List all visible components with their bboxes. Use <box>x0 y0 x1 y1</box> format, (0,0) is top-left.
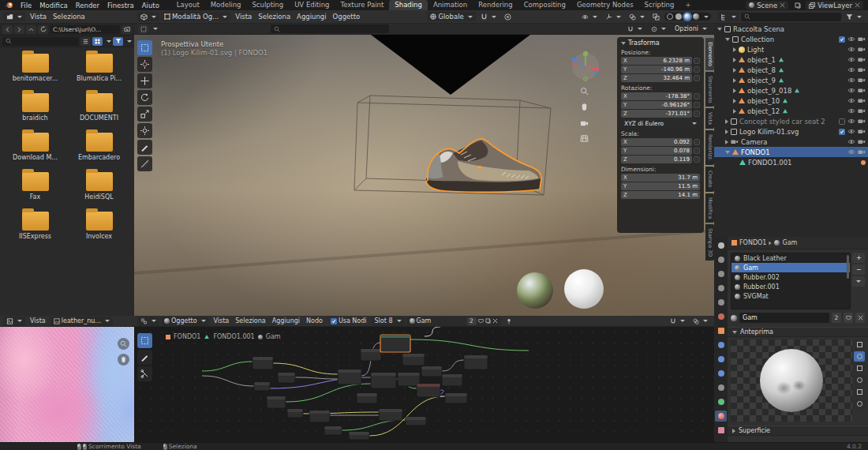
shader-node[interactable] <box>349 432 369 440</box>
folder-item[interactable]: IISExpress <box>3 212 67 240</box>
nav-perspective-icon[interactable] <box>578 133 589 144</box>
blender-logo-icon[interactable] <box>5 2 13 9</box>
path-input[interactable]: C:\Users\juri\O... <box>50 25 120 34</box>
filter-funnel-icon[interactable] <box>113 37 123 46</box>
lock-icon[interactable] <box>694 139 700 145</box>
slot-dropdown[interactable]: Slot 8 <box>372 317 405 326</box>
shader-node[interactable] <box>442 374 462 386</box>
shader-node[interactable] <box>402 354 425 366</box>
workspace-tab-sculpting[interactable]: Sculpting <box>246 0 289 10</box>
properties-tab-particles[interactable] <box>715 354 727 365</box>
mode-selector[interactable]: Modalità Og... <box>161 12 230 21</box>
viewlayer-unlink-icon[interactable] <box>855 2 860 8</box>
node-tool-links-cut[interactable] <box>137 366 152 381</box>
shading-rendered-icon[interactable] <box>693 13 699 20</box>
tool-cursor[interactable] <box>137 57 152 72</box>
transform-value-field[interactable]: Y0.078 <box>621 147 692 155</box>
viewport-menu-vista[interactable]: Vista <box>232 13 255 21</box>
hide-eye-icon[interactable] <box>847 77 855 83</box>
shader-node[interactable] <box>361 349 381 361</box>
tool-move[interactable] <box>137 73 152 88</box>
topbar-menu-finestra[interactable]: Finestra <box>103 2 138 9</box>
folder-item[interactable]: HeidiSQL <box>67 172 131 201</box>
unlink-material-icon[interactable] <box>855 313 865 323</box>
new-material-icon[interactable] <box>485 318 491 324</box>
shader-node[interactable] <box>287 409 303 418</box>
render-visibility-icon[interactable] <box>858 129 866 134</box>
file-browser-menu-seleziona[interactable]: Seleziona <box>50 13 88 21</box>
lock-icon[interactable] <box>694 93 700 99</box>
sidebar-tab-vista[interactable]: Vista <box>705 108 714 129</box>
visibility-checkbox[interactable] <box>839 36 845 43</box>
disclosure-icon[interactable] <box>725 140 728 144</box>
shading-chevron-icon[interactable] <box>704 16 709 18</box>
gizmos-toggle-icon[interactable] <box>602 12 624 21</box>
editor-type-button[interactable] <box>3 12 25 21</box>
up-button[interactable] <box>26 25 36 34</box>
outliner-row-object-9-018[interactable]: object_9_018 <box>714 85 868 96</box>
render-visibility-icon[interactable] <box>858 47 866 52</box>
workspace-tab-geometry-nodes[interactable]: Geometry Nodes <box>571 0 639 10</box>
outliner-row-fondo1[interactable]: FONDO1 <box>714 147 868 157</box>
disclosure-icon[interactable] <box>733 88 736 93</box>
disclosure-icon[interactable] <box>733 47 736 52</box>
unlink-icon[interactable] <box>492 318 498 324</box>
transform-value-field[interactable]: Z32.464 m <box>621 74 692 82</box>
snap-magnet-icon[interactable] <box>477 12 499 21</box>
shading-wireframe-icon[interactable] <box>667 13 673 20</box>
workspace-tab-animation[interactable]: Animation <box>428 0 473 10</box>
preview-shape-fluid[interactable] <box>854 399 865 409</box>
folder-item[interactable]: Blumatica Pi... <box>67 54 131 82</box>
shader-menu-aggiungi[interactable]: Aggiungi <box>269 317 303 324</box>
shader-node[interactable] <box>357 393 377 403</box>
add-slot-button[interactable] <box>852 253 865 263</box>
slot-list-scrollbar[interactable] <box>847 255 849 279</box>
nav-camera-icon[interactable] <box>578 117 589 128</box>
shader-node[interactable] <box>253 357 273 369</box>
shader-node[interactable] <box>421 366 442 377</box>
new-scene-button[interactable] <box>791 1 804 10</box>
image-datablock-selector[interactable]: leather_nu... <box>51 317 113 326</box>
tool-chevron-icon[interactable] <box>153 28 158 30</box>
render-visibility-icon[interactable] <box>858 77 866 83</box>
tool-transform[interactable] <box>137 123 152 138</box>
shader-node[interactable] <box>309 411 330 422</box>
disclosure-icon[interactable] <box>733 68 736 73</box>
transform-value-field[interactable]: X31.7 m <box>621 174 700 182</box>
overlays-toggle-icon[interactable] <box>626 12 648 21</box>
display-mode-list-icon[interactable] <box>80 37 91 46</box>
topbar-menu-render[interactable]: Render <box>72 2 103 9</box>
hide-eye-icon[interactable] <box>847 149 855 155</box>
transform-value-field[interactable]: Y-0.96126° <box>621 101 692 109</box>
tool-select-box[interactable] <box>137 40 152 55</box>
shader-node[interactable] <box>464 355 488 369</box>
folder-item[interactable]: Embarcadero <box>67 133 131 161</box>
hide-eye-icon[interactable] <box>847 57 855 62</box>
hide-eye-icon[interactable] <box>847 129 855 134</box>
render-visibility-icon[interactable] <box>858 118 866 124</box>
sidebar-panel-header[interactable]: Trasforma <box>621 39 700 47</box>
node-tool-annotate[interactable] <box>137 350 152 365</box>
hide-eye-icon[interactable] <box>847 47 855 52</box>
preview-shape-flat[interactable] <box>854 339 865 350</box>
outliner-row-object-8[interactable]: object_8 <box>714 65 868 75</box>
nav-pan-icon[interactable] <box>578 101 589 112</box>
tool-search-input[interactable] <box>271 24 389 33</box>
node-snap-icon[interactable] <box>667 317 688 326</box>
tool-rotate[interactable] <box>137 90 152 105</box>
viewport-menu-seleziona[interactable]: Seleziona <box>255 13 294 21</box>
viewport-menu-aggiungi[interactable]: Aggiungi <box>294 13 330 21</box>
lock-icon[interactable] <box>694 58 700 64</box>
tool-annotate[interactable] <box>137 140 152 155</box>
node-canvas[interactable]: FONDO1 FONDO1.001 Gam <box>134 327 714 442</box>
render-visibility-icon[interactable] <box>858 57 866 62</box>
outliner-row-collection[interactable]: Collection <box>714 34 868 44</box>
editor-type-button[interactable] <box>717 12 739 21</box>
properties-tab-view-layer[interactable] <box>715 283 727 294</box>
shader-node[interactable] <box>324 426 342 435</box>
refresh-button[interactable] <box>38 25 48 34</box>
disclosure-icon[interactable] <box>725 129 728 134</box>
navigation-gizmo[interactable] <box>572 51 599 81</box>
image-editor-menu-vista[interactable]: Vista <box>27 317 49 324</box>
transform-value-field[interactable]: X-178.38° <box>621 92 692 100</box>
